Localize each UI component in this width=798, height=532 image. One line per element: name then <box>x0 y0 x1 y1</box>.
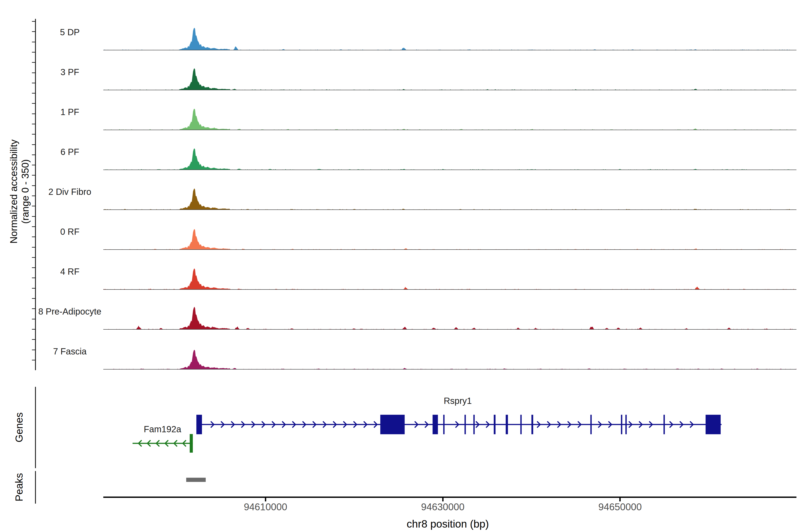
peak-region-box <box>186 478 206 482</box>
y-axis-tick <box>32 185 35 186</box>
x-axis-tick-label: 94650000 <box>576 501 664 513</box>
y-axis-tick <box>32 339 35 340</box>
y-axis-tick <box>32 103 35 104</box>
x-axis-tick-label: 94610000 <box>221 501 310 513</box>
x-axis-tick <box>619 498 621 501</box>
coverage-signal <box>103 143 796 170</box>
y-axis-tick <box>32 52 35 53</box>
gene-label-fam192a: Fam192a <box>96 424 229 434</box>
track-baseline <box>103 130 796 130</box>
y-axis-tick <box>32 175 35 175</box>
coverage-signal <box>103 263 796 289</box>
y-axis-tick <box>32 21 35 22</box>
y-axis-title-line1: Normalized accessibility <box>8 14 19 369</box>
x-axis-line <box>103 496 796 498</box>
coverage-signal <box>103 23 796 50</box>
y-axis-tick <box>32 42 35 42</box>
y-axis-tick <box>32 360 35 360</box>
track-baseline <box>103 90 796 90</box>
gene-label-rspry1: Rspry1 <box>391 396 524 406</box>
coverage-plot-figure: Normalized accessibility (range 0 - 350)… <box>0 0 798 532</box>
y-axis-tick <box>32 298 35 299</box>
coverage-signal <box>103 303 796 329</box>
x-axis-tick <box>442 498 443 501</box>
y-axis-tick <box>32 144 35 145</box>
y-axis-tick <box>32 278 35 278</box>
x-axis-tick <box>265 498 266 501</box>
peaks-section-bracket <box>35 471 36 504</box>
track-baseline <box>103 170 796 170</box>
y-axis-tick <box>32 288 35 289</box>
track-baseline <box>103 209 796 210</box>
coverage-signal <box>103 223 796 250</box>
track-baseline <box>103 249 796 250</box>
y-axis-tick <box>32 93 35 94</box>
y-axis-tick <box>32 216 35 217</box>
coverage-signal <box>103 343 796 369</box>
coverage-signal <box>103 183 796 210</box>
y-axis-tick <box>32 62 35 63</box>
x-axis-tick-label: 94630000 <box>399 501 487 513</box>
y-axis-tick <box>32 83 35 83</box>
track-baseline <box>103 50 796 50</box>
y-axis-tick <box>32 206 35 206</box>
track-baseline <box>103 369 796 369</box>
x-axis-title: chr8 position (bp) <box>315 518 581 530</box>
y-axis-tick <box>32 329 35 330</box>
y-axis-tick <box>32 247 35 248</box>
y-axis-tick <box>32 134 35 135</box>
y-axis-tick <box>32 319 35 319</box>
coverage-signal <box>103 103 796 130</box>
y-axis-tick <box>32 257 35 258</box>
track-baseline <box>103 329 796 330</box>
track-baseline <box>103 289 796 290</box>
coverage-signal <box>103 63 796 90</box>
y-axis-tick <box>32 124 35 125</box>
y-axis-tick <box>32 165 35 165</box>
